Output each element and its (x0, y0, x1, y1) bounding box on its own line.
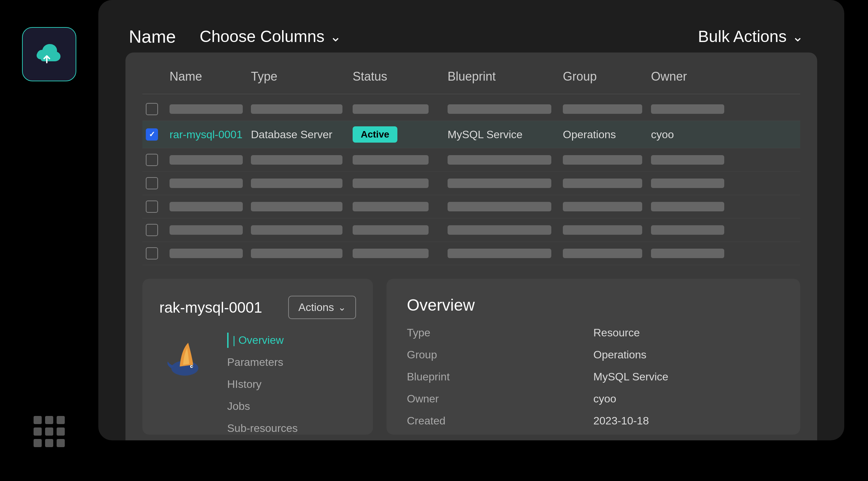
checkbox-cell (146, 201, 170, 213)
cell-group: Operations (563, 128, 651, 141)
grid-dot (57, 439, 65, 447)
cell-group (563, 225, 651, 235)
detail-panel: rak-mysql-0001 Actions ⌄ (142, 279, 373, 435)
overview-value-group: Operations (593, 349, 780, 361)
cell-blueprint (448, 249, 563, 258)
overview-title: Overview (407, 296, 780, 314)
cell-owner (651, 249, 732, 258)
row-checkbox[interactable] (146, 224, 158, 236)
cell-owner: cyoo (651, 128, 732, 141)
header-owner: Owner (651, 66, 732, 87)
group-value: Operations (563, 128, 616, 141)
grid-dot (34, 427, 42, 436)
cell-owner (651, 179, 732, 188)
bottom-panels: rak-mysql-0001 Actions ⌄ (142, 279, 800, 435)
table-row (142, 172, 800, 195)
cell-type (251, 225, 353, 235)
nav-item-jobs[interactable]: Jobs (227, 399, 298, 414)
table-row (142, 98, 800, 121)
detail-nav: | Overview Parameters HIstory Jobs Sub-r… (227, 333, 298, 436)
grid-dot (45, 439, 53, 447)
table-header: Name Type Status Blueprint Group Owner (142, 66, 800, 94)
nav-item-overview[interactable]: | Overview (227, 333, 298, 348)
type-value: Database Server (251, 128, 332, 141)
grid-dot (45, 427, 53, 436)
cell-status (353, 104, 448, 114)
cell-group (563, 104, 651, 114)
row-checkbox[interactable] (146, 103, 158, 115)
cell-name (170, 225, 251, 235)
cell-group (563, 249, 651, 258)
main-table-panel: Name Type Status Blueprint Group Owner (125, 53, 817, 440)
cell-owner (651, 155, 732, 165)
cell-status (353, 202, 448, 211)
cell-blueprint (448, 225, 563, 235)
grid-dot (45, 416, 53, 424)
cell-blueprint (448, 155, 563, 165)
detail-panel-header: rak-mysql-0001 Actions ⌄ (159, 296, 356, 319)
mysql-logo (159, 333, 214, 387)
svg-point-2 (191, 366, 193, 367)
cell-status (353, 249, 448, 258)
chevron-down-icon: ⌄ (792, 29, 804, 44)
grid-dot (34, 416, 42, 424)
overview-value-owner: cyoo (593, 393, 780, 405)
row-checkbox[interactable] (146, 128, 158, 141)
outer-container: Name Choose Columns ⌄ Bulk Actions ⌄ Nam… (98, 0, 844, 440)
actions-button[interactable]: Actions ⌄ (288, 296, 356, 319)
cell-type (251, 202, 353, 211)
logo-container (22, 27, 76, 81)
table-row (142, 218, 800, 242)
table-body: rar-mysql-0001 Database Server Active My… (142, 98, 800, 265)
cell-name (170, 249, 251, 258)
cell-status: Active (353, 126, 448, 143)
header-status: Status (353, 66, 448, 87)
row-checkbox[interactable] (146, 201, 158, 213)
sidebar-grid (34, 416, 65, 447)
cell-group (563, 179, 651, 188)
cloud-icon (34, 39, 64, 69)
nav-item-history[interactable]: HIstory (227, 377, 298, 392)
resource-link[interactable]: rar-mysql-0001 (170, 128, 242, 141)
detail-panel-body: | Overview Parameters HIstory Jobs Sub-r… (159, 333, 356, 436)
checkbox-cell (146, 247, 170, 259)
table-container: Name Type Status Blueprint Group Owner (142, 66, 800, 265)
cell-type (251, 155, 353, 165)
header-checkbox (146, 66, 170, 87)
header-type: Type (251, 66, 353, 87)
cell-name (170, 202, 251, 211)
name-label: Name (129, 26, 176, 47)
nav-item-sub-resources[interactable]: Sub-resources (227, 421, 298, 436)
overview-label-owner: Owner (407, 393, 593, 405)
header-blueprint: Blueprint (448, 66, 563, 87)
overview-value-blueprint: MySQL Service (593, 371, 780, 383)
main-container: Name Choose Columns ⌄ Bulk Actions ⌄ Nam… (0, 0, 868, 481)
cell-name[interactable]: rar-mysql-0001 (170, 128, 251, 141)
cell-owner (651, 202, 732, 211)
status-badge: Active (353, 126, 397, 143)
choose-columns-label: Choose Columns (200, 27, 324, 46)
header-group: Group (563, 66, 651, 87)
overview-label-group: Group (407, 349, 593, 361)
cell-group (563, 202, 651, 211)
cell-blueprint (448, 202, 563, 211)
owner-value: cyoo (651, 128, 674, 141)
cell-owner (651, 104, 732, 114)
checkbox-cell (146, 177, 170, 189)
row-checkbox[interactable] (146, 247, 158, 259)
bulk-actions-label: Bulk Actions (698, 27, 787, 46)
cell-status (353, 179, 448, 188)
row-checkbox[interactable] (146, 154, 158, 166)
blueprint-value: MySQL Service (448, 128, 522, 141)
choose-columns-button[interactable]: Choose Columns ⌄ (190, 20, 352, 53)
bulk-actions-button[interactable]: Bulk Actions ⌄ (688, 20, 814, 53)
overview-panel: Overview Type Resource Group Operations … (387, 279, 800, 435)
row-checkbox[interactable] (146, 177, 158, 189)
cell-status (353, 225, 448, 235)
cell-status (353, 155, 448, 165)
grid-dot (57, 416, 65, 424)
overview-value-type: Resource (593, 327, 780, 339)
nav-item-parameters[interactable]: Parameters (227, 355, 298, 370)
overview-value-created: 2023-10-18 (593, 415, 780, 427)
top-bar: Name Choose Columns ⌄ Bulk Actions ⌄ (125, 20, 817, 53)
